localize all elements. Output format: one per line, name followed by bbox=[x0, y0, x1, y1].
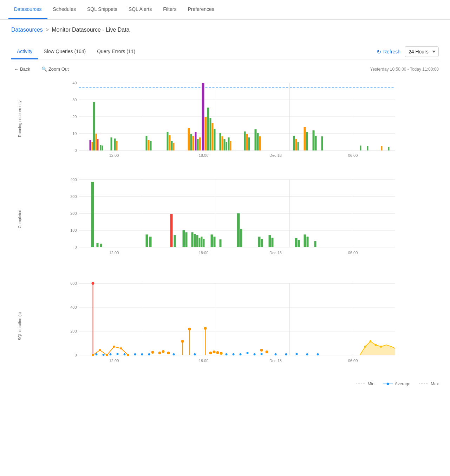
svg-rect-27 bbox=[150, 141, 152, 150]
nav-filters[interactable]: Filters bbox=[157, 0, 182, 19]
svg-rect-114 bbox=[314, 241, 317, 247]
content-area: Activity Slow Queries (164) Query Errors… bbox=[0, 39, 450, 398]
svg-rect-88 bbox=[100, 244, 102, 247]
svg-rect-102 bbox=[214, 237, 216, 247]
svg-rect-36 bbox=[212, 123, 214, 150]
svg-rect-91 bbox=[170, 214, 173, 247]
refresh-icon: ↻ bbox=[377, 49, 381, 55]
svg-text:Dec 18: Dec 18 bbox=[269, 251, 282, 255]
svg-text:0: 0 bbox=[74, 353, 77, 357]
date-range: Yesterday 10:50:00 - Today 11:00:00 bbox=[370, 67, 439, 72]
svg-point-134 bbox=[99, 349, 101, 351]
svg-point-157 bbox=[220, 352, 223, 355]
nav-preferences[interactable]: Preferences bbox=[182, 0, 220, 19]
back-button[interactable]: ← Back bbox=[11, 65, 33, 73]
svg-point-141 bbox=[110, 353, 112, 355]
svg-rect-93 bbox=[183, 230, 185, 247]
svg-point-170 bbox=[261, 353, 263, 355]
svg-text:12:00: 12:00 bbox=[109, 359, 119, 363]
chart2-y-label: Completed bbox=[18, 210, 22, 228]
svg-rect-46 bbox=[224, 139, 226, 150]
svg-point-165 bbox=[240, 353, 242, 355]
top-nav: Datasources Schedules SQL Snippets SQL A… bbox=[0, 0, 450, 20]
svg-rect-99 bbox=[201, 237, 203, 247]
svg-point-145 bbox=[158, 352, 161, 354]
svg-point-136 bbox=[113, 346, 115, 348]
svg-rect-108 bbox=[269, 235, 271, 247]
svg-rect-55 bbox=[259, 136, 261, 150]
nav-sql-alerts[interactable]: SQL Alerts bbox=[123, 0, 157, 19]
svg-rect-28 bbox=[167, 132, 169, 150]
legend-average-icon bbox=[383, 382, 393, 386]
zoom-out-button[interactable]: 🔍 Zoom Out bbox=[39, 65, 72, 73]
svg-point-163 bbox=[226, 353, 228, 355]
nav-schedules[interactable]: Schedules bbox=[47, 0, 81, 19]
svg-text:12:00: 12:00 bbox=[109, 153, 119, 157]
svg-point-140 bbox=[103, 354, 105, 356]
svg-text:18:00: 18:00 bbox=[199, 153, 209, 157]
breadcrumb: Datasources > Monitor Datasource - Live … bbox=[11, 27, 439, 33]
svg-point-187 bbox=[386, 383, 389, 385]
svg-rect-63 bbox=[321, 136, 323, 150]
breadcrumb-separator: > bbox=[46, 27, 49, 33]
svg-point-179 bbox=[375, 344, 377, 346]
svg-text:12:00: 12:00 bbox=[109, 251, 119, 255]
time-range-select[interactable]: 24 Hours 12 Hours 6 Hours 1 Hour bbox=[405, 46, 439, 57]
svg-rect-64 bbox=[360, 146, 361, 150]
svg-rect-106 bbox=[258, 237, 261, 247]
svg-text:06:00: 06:00 bbox=[348, 153, 358, 157]
svg-rect-96 bbox=[194, 234, 196, 247]
svg-rect-94 bbox=[185, 232, 188, 247]
svg-text:100: 100 bbox=[70, 228, 77, 232]
svg-rect-105 bbox=[240, 229, 242, 247]
svg-text:400: 400 bbox=[70, 178, 77, 182]
running-concurrently-chart: Running concurrently 40 30 20 1 bbox=[11, 76, 439, 161]
svg-point-168 bbox=[260, 349, 263, 352]
breadcrumb-link[interactable]: Datasources bbox=[11, 27, 43, 33]
nav-sql-snippets[interactable]: SQL Snippets bbox=[81, 0, 123, 19]
controls-row: ← Back 🔍 Zoom Out Yesterday 10:50:00 - T… bbox=[11, 65, 439, 73]
svg-rect-54 bbox=[257, 133, 259, 150]
svg-rect-31 bbox=[173, 143, 175, 150]
svg-rect-66 bbox=[381, 146, 383, 150]
legend-max: Max bbox=[419, 381, 439, 386]
svg-point-173 bbox=[296, 353, 298, 355]
svg-point-169 bbox=[266, 350, 268, 353]
legend-max-icon bbox=[419, 382, 429, 386]
svg-rect-43 bbox=[199, 137, 201, 150]
svg-rect-38 bbox=[188, 128, 190, 150]
svg-point-137 bbox=[120, 347, 122, 349]
svg-point-180 bbox=[380, 346, 382, 348]
tab-activity[interactable]: Activity bbox=[11, 44, 38, 59]
svg-rect-45 bbox=[222, 136, 223, 150]
svg-rect-22 bbox=[116, 141, 118, 150]
svg-rect-67 bbox=[388, 147, 390, 150]
legend-min-icon bbox=[356, 382, 366, 386]
svg-text:0: 0 bbox=[74, 245, 77, 249]
svg-point-138 bbox=[127, 354, 129, 356]
svg-point-139 bbox=[96, 353, 98, 355]
svg-rect-65 bbox=[367, 146, 369, 150]
svg-rect-110 bbox=[295, 238, 298, 247]
tab-query-errors[interactable]: Query Errors (11) bbox=[91, 44, 141, 59]
svg-point-132 bbox=[92, 282, 94, 285]
svg-rect-95 bbox=[191, 232, 194, 247]
svg-text:06:00: 06:00 bbox=[348, 251, 358, 255]
svg-rect-89 bbox=[146, 234, 148, 247]
svg-point-143 bbox=[124, 353, 126, 355]
tab-slow-queries[interactable]: Slow Queries (164) bbox=[38, 44, 91, 59]
refresh-button[interactable]: ↻ Refresh bbox=[372, 46, 405, 57]
svg-rect-97 bbox=[196, 235, 198, 247]
chart3-svg: 600 400 200 0 bbox=[28, 276, 439, 375]
svg-marker-176 bbox=[360, 341, 395, 355]
svg-text:18:00: 18:00 bbox=[199, 251, 209, 255]
svg-text:300: 300 bbox=[70, 194, 77, 199]
svg-rect-16 bbox=[96, 134, 97, 150]
nav-datasources[interactable]: Datasources bbox=[8, 0, 47, 19]
tabs-row: Activity Slow Queries (164) Query Errors… bbox=[11, 44, 439, 59]
svg-text:20: 20 bbox=[72, 115, 77, 119]
svg-rect-87 bbox=[97, 243, 99, 247]
svg-rect-15 bbox=[93, 102, 95, 150]
svg-rect-100 bbox=[203, 239, 205, 247]
svg-rect-32 bbox=[202, 83, 204, 150]
